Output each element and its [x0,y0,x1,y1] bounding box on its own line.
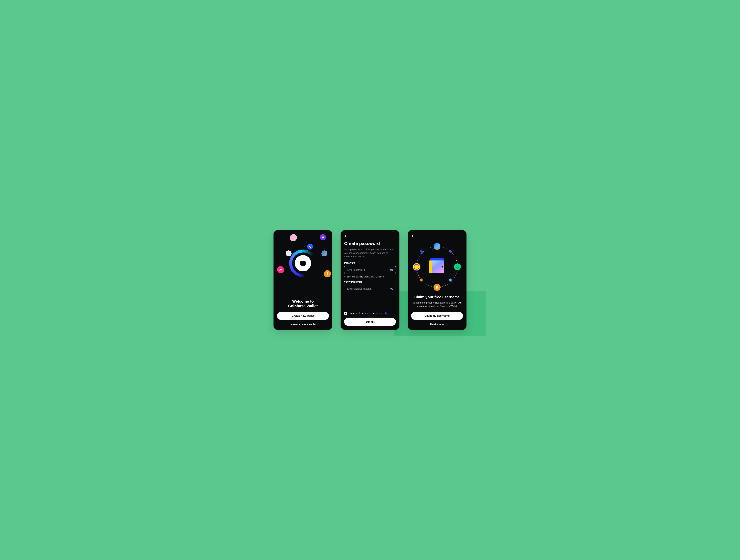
maybe-later-link[interactable]: Maybe later [411,323,463,326]
sun-token-icon [413,263,421,271]
agree-row[interactable]: I agree with the terms and privacy polic… [344,312,396,315]
progress-step-2 [359,236,364,236]
agree-text: I agree with the terms and privacy polic… [349,312,388,315]
page-description: Set a password to unlock your wallet eac… [344,248,396,258]
uniswap-chip [277,266,284,273]
back-button[interactable] [344,234,348,238]
verify-password-input[interactable] [347,287,388,291]
token-ring: ₿ [417,246,458,288]
coinbase-orb [289,249,317,277]
page-title: Claim your free username [411,295,463,299]
already-have-wallet-link[interactable]: I already have a wallet [277,323,329,326]
progress-step-3 [365,236,371,236]
progress-step-1 [352,236,357,236]
password-input[interactable] [347,268,388,271]
wallet-icon [430,260,444,273]
page-title: Create password [344,241,396,246]
three-screen-showcase: Welcome to Coinbase Wallet Create new wa… [260,230,480,330]
avatar-icon [434,243,441,250]
verify-password-input-wrap[interactable] [344,285,396,293]
toggle-password-visibility-icon[interactable] [390,268,393,271]
toggle-verify-visibility-icon[interactable] [390,287,393,291]
claim-username-button[interactable]: Claim my username [411,312,463,320]
bitcoin-icon: ₿ [434,284,441,291]
username-hero-graphic: ₿ [411,239,463,294]
avatar-node [434,243,441,250]
coinbase-logo-icon [295,255,311,271]
welcome-hero-graphic [277,234,329,299]
nft-avatar-chip [290,234,297,241]
agree-checkbox[interactable] [344,312,347,315]
welcome-title: Welcome to Coinbase Wallet [277,299,329,308]
progress-step-4 [372,236,377,236]
welcome-screen: Welcome to Coinbase Wallet Create new wa… [274,230,333,330]
terms-link[interactable]: terms [365,312,370,315]
connector-node [450,251,453,253]
password-label: Password [344,262,396,264]
submit-button[interactable]: Submit [344,318,396,326]
password-hint: At least 8 characters, with at least 1 n… [344,275,396,278]
welcome-title-line2: Coinbase Wallet [277,304,329,308]
green-token-node [454,263,461,270]
password-input-wrap[interactable] [344,266,396,274]
connector-node [450,280,453,283]
welcome-title-line1: Welcome to [277,299,329,304]
verify-password-label: Verify Password [344,281,396,283]
sun-token-node [413,263,421,271]
page-description: Remembering your wallet address is easie… [411,301,463,308]
back-button[interactable] [411,234,415,238]
connector-node [422,280,424,283]
privacy-link[interactable]: privacy policy [375,312,388,315]
nft-chip [321,250,328,256]
claim-username-screen: ₿ Claim your free username Remembering y… [407,230,466,330]
token-chip [320,234,326,240]
bitcoin-node: ₿ [434,284,441,291]
opensea-chip [307,244,313,249]
create-password-screen: Create password Set a password to unlock… [341,230,399,330]
bitcoin-chip [324,270,331,277]
diamond-token-icon [454,263,461,270]
ape-nft-chip [286,250,292,256]
connector-node [422,251,424,253]
progress-steps [352,236,377,236]
create-new-wallet-button[interactable]: Create new wallet [277,312,329,320]
